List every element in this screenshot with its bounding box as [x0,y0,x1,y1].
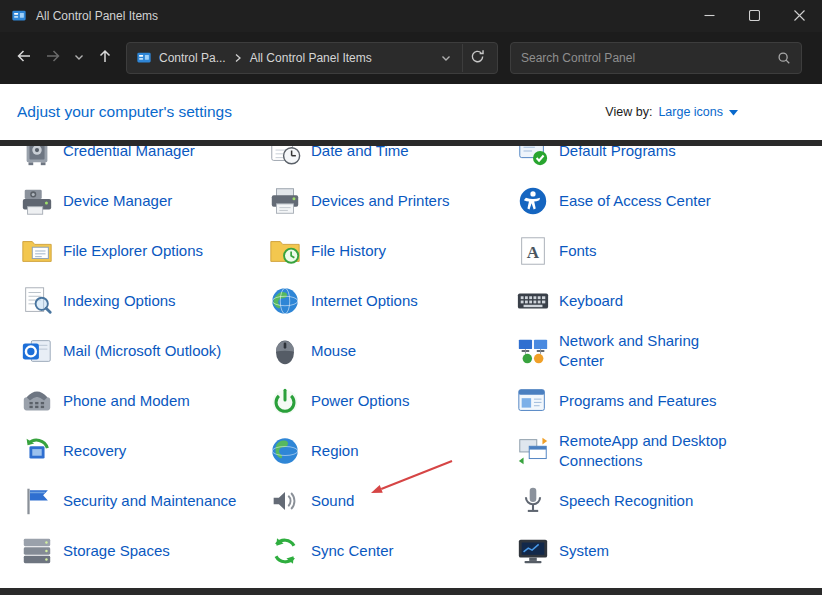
breadcrumb-segment-root[interactable]: Control Pa... [159,51,226,65]
forward-button[interactable] [38,43,68,73]
item-label[interactable]: Date and Time [311,146,409,161]
view-by-label: View by: [605,105,652,119]
item-label[interactable]: Indexing Options [63,291,176,311]
close-button[interactable] [777,0,822,32]
item-devices-and-printers[interactable]: Devices and Printers [268,176,516,226]
item-label[interactable]: Programs and Features [559,391,717,411]
item-label[interactable]: Mouse [311,341,356,361]
item-label[interactable]: Fonts [559,241,597,261]
item-label[interactable]: Phone and Modem [63,391,190,411]
item-sound[interactable]: Sound [268,476,516,526]
control-panel-window: { "window": { "title": "All Control Pane… [0,0,822,595]
item-power-options[interactable]: Power Options [268,376,516,426]
svg-text:A: A [527,243,540,262]
mouse-icon [268,334,302,368]
item-label[interactable]: Credential Manager [63,146,195,161]
item-label[interactable]: Speech Recognition [559,491,693,511]
ease-of-access-icon [516,184,550,218]
page-title: Adjust your computer's settings [17,103,232,121]
power-options-icon [268,384,302,418]
item-indexing-options[interactable]: Indexing Options [20,276,268,326]
up-button[interactable] [90,43,120,73]
search-input[interactable] [513,51,777,65]
item-user-accounts[interactable]: User Accounts [516,576,822,588]
content-header: Adjust your computer's settings View by:… [0,84,822,140]
view-by-value[interactable]: Large icons [658,105,723,119]
item-programs-and-features[interactable]: Programs and Features [516,376,822,426]
up-arrow-icon [97,48,113,68]
item-label[interactable]: Security and Maintenance [63,491,236,511]
maximize-icon [749,7,760,25]
item-troubleshooting[interactable]: Troubleshooting [268,576,516,588]
taskbar-icon [20,584,54,588]
item-file-history[interactable]: File History [268,226,516,276]
item-storage-spaces[interactable]: Storage Spaces [20,526,268,576]
item-recovery[interactable]: Recovery [20,426,268,476]
item-label[interactable]: Sound [311,491,354,511]
file-explorer-options-icon [20,234,54,268]
item-label[interactable]: Devices and Printers [311,191,449,211]
maximize-button[interactable] [732,0,777,32]
item-ease-of-access-center[interactable]: Ease of Access Center [516,176,822,226]
indexing-options-icon [20,284,54,318]
item-label[interactable]: File Explorer Options [63,241,203,261]
internet-options-icon [268,284,302,318]
user-accounts-icon [516,584,550,588]
search-icon[interactable] [777,51,791,65]
breadcrumb-segment-current[interactable]: All Control Panel Items [250,51,372,65]
item-internet-options[interactable]: Internet Options [268,276,516,326]
item-mail-microsoft-outlook[interactable]: Mail (Microsoft Outlook) [20,326,268,376]
sync-center-icon [268,534,302,568]
item-default-programs[interactable]: Default Programs [516,146,822,176]
address-bar[interactable]: Control Pa... All Control Panel Items [126,42,498,74]
item-label[interactable]: Ease of Access Center [559,191,711,211]
item-system[interactable]: System [516,526,822,576]
recent-locations-button[interactable] [68,43,90,73]
devices-printers-icon [268,184,302,218]
storage-spaces-icon [20,534,54,568]
phone-modem-icon [20,384,54,418]
item-label[interactable]: RemoteApp and Desktop Connections [559,431,727,471]
item-region[interactable]: Region [268,426,516,476]
refresh-button[interactable] [462,44,491,72]
item-mouse[interactable]: Mouse [268,326,516,376]
item-fonts[interactable]: AFonts [516,226,822,276]
item-label[interactable]: Keyboard [559,291,623,311]
item-device-manager[interactable]: Device Manager [20,176,268,226]
item-sync-center[interactable]: Sync Center [268,526,516,576]
item-label[interactable]: Recovery [63,441,126,461]
item-security-and-maintenance[interactable]: Security and Maintenance [20,476,268,526]
address-dropdown-button[interactable] [434,52,458,64]
default-programs-icon [516,146,550,168]
item-label[interactable]: File History [311,241,386,261]
item-label[interactable]: Region [311,441,359,461]
item-remoteapp-and-desktop-connections[interactable]: RemoteApp and Desktop Connections [516,426,822,476]
item-file-explorer-options[interactable]: File Explorer Options [20,226,268,276]
item-label[interactable]: System [559,541,609,561]
minimize-button[interactable] [687,0,732,32]
date-time-icon [268,146,302,168]
item-label[interactable]: Power Options [311,391,409,411]
item-network-and-sharing-center[interactable]: Network and Sharing Center [516,326,822,376]
item-label[interactable]: Device Manager [63,191,172,211]
item-label[interactable]: Network and Sharing Center [559,331,727,371]
back-button[interactable] [8,43,38,73]
item-label[interactable]: Default Programs [559,146,676,161]
item-keyboard[interactable]: Keyboard [516,276,822,326]
item-label[interactable]: Mail (Microsoft Outlook) [63,341,221,361]
chevron-right-icon [233,53,243,63]
minimize-icon [704,7,715,25]
view-by-control[interactable]: View by: Large icons [605,105,738,119]
item-taskbar-and-navigation[interactable]: Taskbar and Navigation [20,576,268,588]
item-speech-recognition[interactable]: Speech Recognition [516,476,822,526]
dropdown-arrow-icon[interactable] [729,110,738,116]
item-phone-and-modem[interactable]: Phone and Modem [20,376,268,426]
search-box[interactable] [510,42,802,74]
item-label[interactable]: Storage Spaces [63,541,170,561]
item-credential-manager[interactable]: Credential Manager [20,146,268,176]
item-label[interactable]: Internet Options [311,291,418,311]
credential-manager-icon [20,146,54,168]
item-label[interactable]: Sync Center [311,541,394,561]
remoteapp-icon [516,434,550,468]
item-date-and-time[interactable]: Date and Time [268,146,516,176]
